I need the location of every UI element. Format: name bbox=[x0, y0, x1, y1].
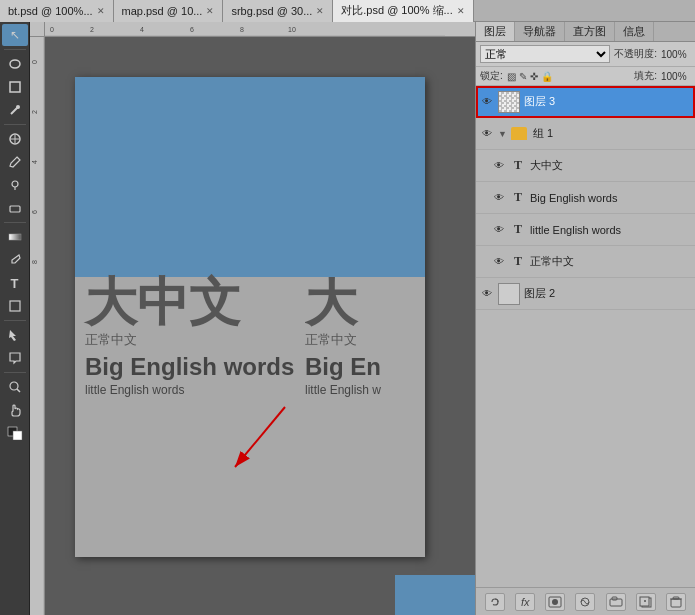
panel-tab-info[interactable]: 信息 bbox=[615, 22, 654, 41]
tab-mappsd[interactable]: map.psd @ 10... ✕ bbox=[114, 0, 224, 22]
svg-point-3 bbox=[16, 105, 20, 109]
tool-separator-3 bbox=[4, 222, 26, 223]
tool-crop[interactable] bbox=[2, 76, 28, 98]
svg-text:0: 0 bbox=[50, 26, 54, 33]
tab-srbgpsd[interactable]: srbg.psd @ 30... ✕ bbox=[223, 0, 333, 22]
layer-eye-normalchinese[interactable]: 👁 bbox=[492, 255, 506, 269]
layer-name-bigchinese: 大中文 bbox=[530, 158, 691, 173]
panel-btn-link[interactable] bbox=[485, 593, 505, 611]
tool-text[interactable]: T bbox=[2, 272, 28, 294]
tool-select[interactable]: ↖ bbox=[2, 24, 28, 46]
tab-close-mappsd[interactable]: ✕ bbox=[206, 6, 214, 16]
svg-rect-11 bbox=[10, 301, 20, 311]
panel-btn-adjustment[interactable] bbox=[575, 593, 595, 611]
right-column: 大 正常中文 Big En little English w bbox=[305, 277, 435, 397]
layer-list: 👁 图层 3 👁 ▼ 组 1 👁 bbox=[476, 86, 695, 587]
normal-chinese-left: 正常中文 bbox=[85, 331, 294, 349]
panel-btn-delete[interactable] bbox=[666, 593, 686, 611]
panel-tab-histogram[interactable]: 直方图 bbox=[565, 22, 615, 41]
tab-close-btpsd[interactable]: ✕ bbox=[97, 6, 105, 16]
layer-name-group1: 组 1 bbox=[533, 126, 691, 141]
layer-item-littleenglish[interactable]: 👁 T little English words bbox=[476, 214, 695, 246]
layer-name-layer3: 图层 3 bbox=[524, 94, 691, 109]
layer-T-normalchinese: T bbox=[510, 254, 526, 270]
right-panel: 图层 导航器 直方图 信息 正常 不透明度: 100% bbox=[475, 22, 695, 615]
normal-chinese-right: 正常中文 bbox=[305, 331, 435, 349]
layer-item-bigchinese[interactable]: 👁 T 大中文 bbox=[476, 150, 695, 182]
tool-separator-1 bbox=[4, 49, 26, 50]
svg-point-7 bbox=[12, 181, 18, 187]
panel-btn-group[interactable] bbox=[606, 593, 626, 611]
tool-notes[interactable] bbox=[2, 347, 28, 369]
layer-eye-group1[interactable]: 👁 bbox=[480, 127, 494, 141]
svg-rect-42 bbox=[673, 597, 679, 599]
layer-item-group1[interactable]: 👁 ▼ 组 1 bbox=[476, 118, 695, 150]
lock-all-icon[interactable]: 🔒 bbox=[541, 71, 553, 82]
svg-rect-1 bbox=[10, 82, 20, 92]
layer-item-layer2[interactable]: 👁 图层 2 bbox=[476, 278, 695, 310]
svg-text:10: 10 bbox=[288, 26, 296, 33]
layer-eye-bigchinese[interactable]: 👁 bbox=[492, 159, 506, 173]
layer-name-bigenglish: Big English words bbox=[530, 192, 691, 204]
lock-label: 锁定: bbox=[480, 69, 503, 83]
tab-close-srbgpsd[interactable]: ✕ bbox=[316, 6, 324, 16]
layer-name-layer2: 图层 2 bbox=[524, 286, 691, 301]
tool-foreground[interactable] bbox=[2, 422, 28, 444]
ruler-corner bbox=[30, 22, 45, 37]
tab-btpsd[interactable]: bt.psd @ 100%... ✕ bbox=[0, 0, 114, 22]
svg-text:8: 8 bbox=[240, 26, 244, 33]
layer-item-layer3[interactable]: 👁 图层 3 bbox=[476, 86, 695, 118]
svg-rect-9 bbox=[10, 206, 20, 212]
layer-item-bigenglish[interactable]: 👁 T Big English words bbox=[476, 182, 695, 214]
svg-line-30 bbox=[235, 407, 285, 467]
layer-eye-layer2[interactable]: 👁 bbox=[480, 287, 494, 301]
group-expand-arrow[interactable]: ▼ bbox=[498, 129, 507, 139]
tool-path-select[interactable] bbox=[2, 324, 28, 346]
tool-eraser[interactable] bbox=[2, 197, 28, 219]
mode-row: 正常 不透明度: 100% bbox=[476, 42, 695, 67]
tool-clone[interactable] bbox=[2, 174, 28, 196]
layer-T-littleenglish: T bbox=[510, 222, 526, 238]
tool-heal[interactable] bbox=[2, 128, 28, 150]
layer-name-normalchinese: 正常中文 bbox=[530, 254, 691, 269]
lock-transparency-icon[interactable]: ▨ bbox=[507, 71, 516, 82]
tool-eyedrop[interactable] bbox=[2, 99, 28, 121]
tool-zoom[interactable] bbox=[2, 376, 28, 398]
svg-point-12 bbox=[10, 382, 18, 390]
panel-btn-fx[interactable]: fx bbox=[515, 593, 535, 611]
panel-tab-navigator[interactable]: 导航器 bbox=[515, 22, 565, 41]
svg-rect-10 bbox=[9, 234, 21, 240]
tool-separator-5 bbox=[4, 372, 26, 373]
tool-brush[interactable] bbox=[2, 151, 28, 173]
group-folder-icon bbox=[511, 127, 527, 140]
tool-separator-4 bbox=[4, 320, 26, 321]
tool-lasso[interactable] bbox=[2, 53, 28, 75]
tab-duibipsd[interactable]: 对比.psd @ 100% 缩... ✕ bbox=[333, 0, 473, 22]
layer-eye-littleenglish[interactable]: 👁 bbox=[492, 223, 506, 237]
main-area: ↖ T bbox=[0, 22, 695, 615]
blend-mode-select[interactable]: 正常 bbox=[480, 45, 610, 63]
tool-gradient[interactable] bbox=[2, 226, 28, 248]
layer-T-bigenglish: T bbox=[510, 190, 526, 206]
layer-item-normalchinese[interactable]: 👁 T 正常中文 bbox=[476, 246, 695, 278]
svg-text:2: 2 bbox=[31, 110, 38, 114]
panel-tab-layers[interactable]: 图层 bbox=[476, 22, 515, 41]
panel-btn-new-layer[interactable] bbox=[636, 593, 656, 611]
canvas-blue-corner bbox=[395, 575, 475, 615]
big-english-right: Big En bbox=[305, 353, 435, 381]
left-column: 大中文 正常中文 Big English words little Englis… bbox=[85, 277, 294, 397]
tab-close-duibipsd[interactable]: ✕ bbox=[457, 6, 465, 16]
layer-eye-layer3[interactable]: 👁 bbox=[480, 95, 494, 109]
layer-eye-bigenglish[interactable]: 👁 bbox=[492, 191, 506, 205]
tool-hand[interactable] bbox=[2, 399, 28, 421]
layer-thumb-layer3 bbox=[498, 91, 520, 113]
left-toolbar: ↖ T bbox=[0, 22, 30, 615]
tool-shape[interactable] bbox=[2, 295, 28, 317]
svg-text:2: 2 bbox=[90, 26, 94, 33]
sky-area bbox=[75, 77, 425, 277]
svg-text:4: 4 bbox=[31, 160, 38, 164]
lock-position-icon[interactable]: ✜ bbox=[530, 71, 538, 82]
lock-paint-icon[interactable]: ✎ bbox=[519, 71, 527, 82]
tool-pen[interactable] bbox=[2, 249, 28, 271]
panel-btn-mask[interactable] bbox=[545, 593, 565, 611]
